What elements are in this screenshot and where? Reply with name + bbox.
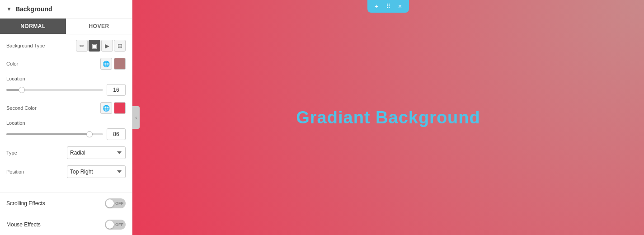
location2-slider[interactable] <box>6 133 103 135</box>
second-color-global-btn[interactable]: 🌐 <box>100 102 112 114</box>
toolbar-drag-icon[interactable]: ⠿ <box>384 2 393 11</box>
position-row: Position Top Left Top Center Top Right C… <box>6 165 126 178</box>
toolbar-bubble: + ⠿ × <box>367 0 409 13</box>
position-label: Position <box>6 169 67 174</box>
panel-collapse-icon: ▼ <box>6 6 12 12</box>
second-color-label: Second Color <box>6 105 100 111</box>
position-controls: Top Left Top Center Top Right Center Lef… <box>67 165 126 178</box>
scrolling-effects-row: Scrolling Effects OFF <box>0 193 132 214</box>
mouse-effects-label: Mouse Effects <box>6 221 105 228</box>
location1-slider[interactable] <box>6 89 103 91</box>
type-controls: Linear Radial <box>67 146 126 159</box>
panel-collapse-btn[interactable]: ‹ <box>132 106 140 129</box>
bg-type-gradient-btn[interactable]: ▣ <box>89 40 100 52</box>
location1-input[interactable]: 16 <box>107 84 126 96</box>
panel-header[interactable]: ▼ Background <box>0 0 132 19</box>
mouse-effects-row: Mouse Effects OFF <box>0 214 132 235</box>
location2-input[interactable]: 86 <box>107 128 126 140</box>
bg-type-video-btn[interactable]: ▶ <box>101 40 113 52</box>
toolbar-add-icon[interactable]: + <box>372 2 381 11</box>
color-swatch[interactable] <box>114 58 126 70</box>
mouse-effects-knob <box>106 221 114 229</box>
second-color-row: Second Color 🌐 <box>6 102 126 114</box>
second-color-swatch[interactable] <box>114 102 126 114</box>
left-panel: ▼ Background NORMAL HOVER Background Typ… <box>0 0 132 235</box>
panel-title: Background <box>15 5 52 13</box>
background-type-label: Background Type <box>6 43 76 48</box>
background-type-row: Background Type ✏ ▣ ▶ ⊟ <box>6 40 126 52</box>
color-controls: 🌐 <box>100 58 126 70</box>
second-color-controls: 🌐 <box>100 102 126 114</box>
color-label: Color <box>6 61 100 66</box>
mouse-effects-toggle[interactable]: OFF <box>105 220 126 230</box>
toolbar-close-icon[interactable]: × <box>395 2 404 11</box>
right-canvas: + ⠿ × Gradiant Background <box>132 0 644 235</box>
location2-control: 86 <box>6 128 126 140</box>
scrolling-effects-label: Scrolling Effects <box>6 200 105 207</box>
type-row: Type Linear Radial <box>6 146 126 159</box>
bg-type-slideshow-btn[interactable]: ⊟ <box>114 40 126 52</box>
location2-label: Location <box>6 120 126 126</box>
mouse-effects-state: OFF <box>115 222 123 227</box>
canvas-title: Gradiant Background <box>296 108 480 127</box>
location1-control: 16 <box>6 84 126 96</box>
background-type-controls: ✏ ▣ ▶ ⊟ <box>76 40 126 52</box>
type-select[interactable]: Linear Radial <box>67 146 126 159</box>
location1-row: Location 16 <box>6 76 126 96</box>
bg-type-none-btn[interactable]: ✏ <box>76 40 88 52</box>
location1-label: Location <box>6 76 126 81</box>
location2-row: Location 86 <box>6 120 126 140</box>
tab-hover[interactable]: HOVER <box>66 19 132 34</box>
tabs-row: NORMAL HOVER <box>0 19 132 34</box>
panel-body: Background Type ✏ ▣ ▶ ⊟ Color 🌐 Location <box>0 34 132 193</box>
color-row: Color 🌐 <box>6 58 126 70</box>
scrolling-effects-knob <box>106 199 114 207</box>
type-label: Type <box>6 150 67 155</box>
color-global-btn[interactable]: 🌐 <box>100 58 112 70</box>
tab-normal[interactable]: NORMAL <box>0 19 66 34</box>
scrolling-effects-state: OFF <box>115 201 123 206</box>
scrolling-effects-toggle[interactable]: OFF <box>105 198 126 208</box>
position-select[interactable]: Top Left Top Center Top Right Center Lef… <box>67 165 126 178</box>
